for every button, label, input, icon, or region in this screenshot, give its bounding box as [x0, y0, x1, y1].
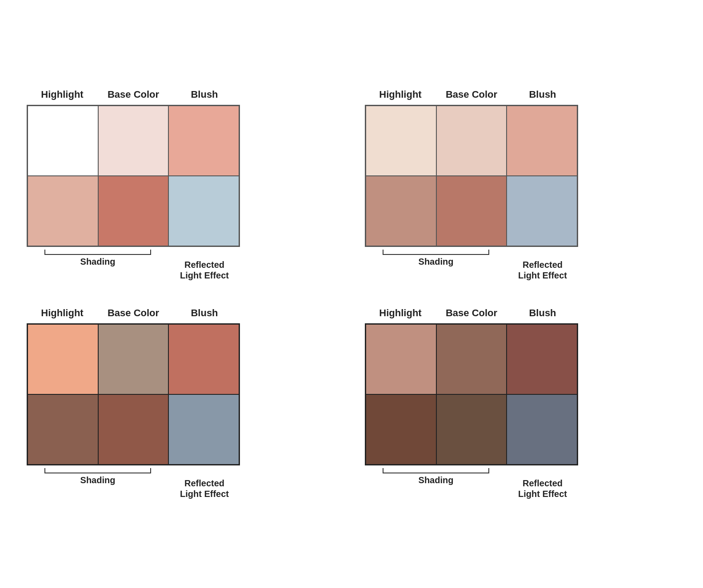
- shading-group-4: Shading: [365, 468, 507, 499]
- shading-label-4: Shading: [419, 475, 454, 485]
- shading-group-1: Shading: [27, 250, 169, 281]
- chart-labels-2: ShadingReflectedLight Effect: [365, 250, 578, 281]
- shading-bracket-3: [44, 468, 151, 473]
- color-cell-1-2: [168, 106, 239, 176]
- color-cell-1-1: [98, 106, 169, 176]
- header-blush-3: Blush: [169, 307, 240, 322]
- color-cell-3-5: [168, 394, 239, 465]
- color-cell-2-4: [436, 176, 507, 246]
- header-base-color-4: Base Color: [436, 307, 507, 322]
- color-cell-2-2: [507, 106, 577, 176]
- chart-grid-1: [27, 105, 240, 247]
- color-cell-3-2: [168, 324, 239, 394]
- header-blush-1: Blush: [169, 89, 240, 103]
- color-cell-4-0: [366, 324, 436, 394]
- reflected-group-1: ReflectedLight Effect: [169, 250, 240, 281]
- shading-group-2: Shading: [365, 250, 507, 281]
- color-cell-4-3: [366, 394, 436, 465]
- header-base-color-2: Base Color: [436, 89, 507, 103]
- chart-labels-1: ShadingReflectedLight Effect: [27, 250, 240, 281]
- reflected-group-4: ReflectedLight Effect: [507, 468, 578, 499]
- color-cell-3-4: [98, 394, 169, 465]
- reflected-label-2: ReflectedLight Effect: [518, 259, 567, 281]
- color-cell-2-3: [366, 176, 436, 246]
- chart-headers-1: HighlightBase ColorBlush: [27, 89, 240, 103]
- chart-headers-2: HighlightBase ColorBlush: [365, 89, 578, 103]
- color-chart-4: HighlightBase ColorBlushShadingReflected…: [365, 307, 676, 499]
- chart-labels-4: ShadingReflectedLight Effect: [365, 468, 578, 499]
- color-chart-2: HighlightBase ColorBlushShadingReflected…: [365, 89, 676, 281]
- header-highlight-1: Highlight: [27, 89, 98, 103]
- chart-headers-4: HighlightBase ColorBlush: [365, 307, 578, 322]
- color-cell-1-4: [98, 176, 169, 246]
- chart-labels-3: ShadingReflectedLight Effect: [27, 468, 240, 499]
- chart-headers-3: HighlightBase ColorBlush: [27, 307, 240, 322]
- shading-bracket-2: [383, 250, 489, 255]
- shading-label-3: Shading: [80, 475, 116, 485]
- color-cell-3-0: [28, 324, 98, 394]
- color-chart-1: HighlightBase ColorBlushShadingReflected…: [27, 89, 338, 281]
- color-cell-4-5: [507, 394, 577, 465]
- color-cell-1-5: [168, 176, 239, 246]
- chart-grid-2: [365, 105, 578, 247]
- reflected-label-3: ReflectedLight Effect: [180, 478, 229, 499]
- color-cell-1-3: [28, 176, 98, 246]
- header-highlight-2: Highlight: [365, 89, 436, 103]
- color-cell-2-1: [436, 106, 507, 176]
- color-cell-4-1: [436, 324, 507, 394]
- color-cell-1-0: [28, 106, 98, 176]
- shading-bracket-1: [44, 250, 151, 255]
- color-cell-4-2: [507, 324, 577, 394]
- shading-label-2: Shading: [419, 257, 454, 267]
- color-cell-2-0: [366, 106, 436, 176]
- header-base-color-3: Base Color: [98, 307, 169, 322]
- header-highlight-4: Highlight: [365, 307, 436, 322]
- page-container: HighlightBase ColorBlushShadingReflected…: [0, 71, 703, 517]
- color-cell-3-3: [28, 394, 98, 465]
- color-cell-2-5: [507, 176, 577, 246]
- chart-grid-4: [365, 323, 578, 465]
- reflected-group-3: ReflectedLight Effect: [169, 468, 240, 499]
- reflected-label-4: ReflectedLight Effect: [518, 478, 567, 499]
- shading-bracket-4: [383, 468, 489, 473]
- reflected-group-2: ReflectedLight Effect: [507, 250, 578, 281]
- color-chart-3: HighlightBase ColorBlushShadingReflected…: [27, 307, 338, 499]
- chart-grid-3: [27, 323, 240, 465]
- shading-label-1: Shading: [80, 257, 116, 267]
- color-cell-4-4: [436, 394, 507, 465]
- header-highlight-3: Highlight: [27, 307, 98, 322]
- header-blush-4: Blush: [507, 307, 578, 322]
- shading-group-3: Shading: [27, 468, 169, 499]
- color-cell-3-1: [98, 324, 169, 394]
- header-blush-2: Blush: [507, 89, 578, 103]
- reflected-label-1: ReflectedLight Effect: [180, 259, 229, 281]
- header-base-color-1: Base Color: [98, 89, 169, 103]
